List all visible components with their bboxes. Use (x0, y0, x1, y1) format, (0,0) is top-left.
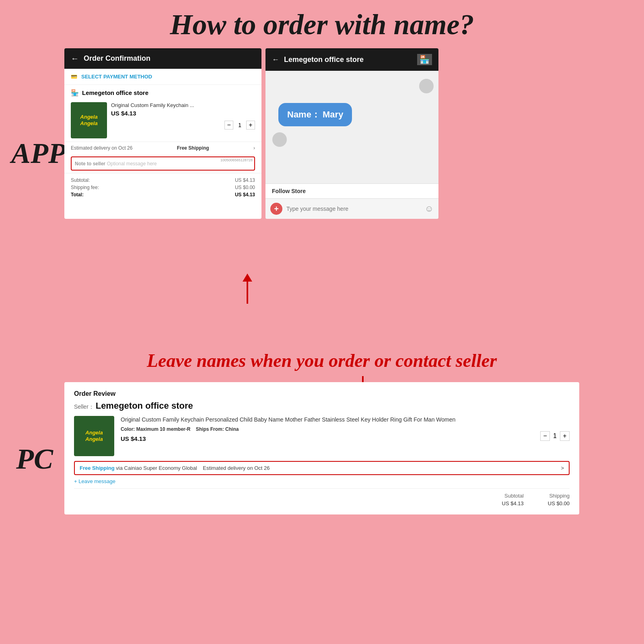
pc-color-label: Color: (121, 426, 135, 432)
pc-product-name: Original Custom Family Keychain Personal… (121, 416, 534, 424)
note-label: Note to seller (75, 161, 105, 167)
pc-qty-value: 1 (553, 432, 557, 440)
total-value: US $4.13 (235, 192, 255, 198)
follow-store-bar: Follow Store (265, 183, 438, 198)
note-to-seller-row[interactable]: Note to seller Optional message here 100… (71, 156, 255, 171)
arrow-up-note (247, 280, 248, 304)
payment-method-row[interactable]: 💳 SELECT PAYMENT METHOD (64, 69, 261, 85)
payment-label: SELECT PAYMENT METHOD (81, 74, 152, 80)
pc-label: PC (16, 442, 53, 476)
total-label: Total: (71, 192, 84, 198)
chat-store-name: Lemegeton office store (284, 56, 364, 64)
chat-message-bubble: Name： Mary (278, 103, 352, 126)
pc-seller-row: Seller： Lemegeton office store (74, 401, 570, 411)
pc-ships-label: Ships From: (196, 426, 224, 432)
chevron-right-icon: › (253, 145, 255, 151)
delivery-text: Estimated delivery on Oct 26 (71, 145, 132, 151)
pc-shipping-col: Shipping US $0.00 (548, 493, 570, 506)
chat-body: Name： Mary (265, 71, 438, 183)
chat-header-left: ← Lemegeton office store (272, 56, 364, 64)
pc-product-image-text: AngelaAngela (85, 430, 103, 442)
chat-avatar-right (419, 79, 434, 93)
pc-product-price: US $4.13 (121, 435, 534, 442)
store-icon: 🏪 (71, 89, 79, 97)
product-image: AngelaAngela (71, 102, 107, 138)
payment-icon: 💳 (71, 74, 77, 80)
store-name: Lemegeton office store (82, 89, 148, 96)
subtotal-label: Subtotal: (71, 177, 90, 183)
pc-leave-message-button[interactable]: + Leave message (74, 478, 570, 484)
qty-decrease-button[interactable]: − (224, 121, 233, 130)
chat-store-icon: 🏪 (417, 54, 432, 65)
pc-shipping-label: Shipping (548, 493, 570, 499)
product-row: AngelaAngela Original Custom Family Keyc… (64, 99, 261, 142)
pc-ships-value: China (225, 426, 239, 432)
subtotal-value: US $4.13 (235, 177, 255, 183)
pc-order-review-label: Order Review (74, 390, 570, 397)
delivery-row: Estimated delivery on Oct 26 Free Shippi… (64, 142, 261, 154)
pc-totals: Subtotal US $4.13 Shipping US $0.00 (74, 488, 570, 506)
chat-back-arrow-icon[interactable]: ← (272, 56, 279, 64)
order-confirmation-title: Order Confirmation (84, 54, 150, 63)
free-shipping-label: Free Shipping (177, 145, 209, 151)
pc-product-info: Original Custom Family Keychain Personal… (121, 416, 534, 456)
app-section: ← Order Confirmation 💳 SELECT PAYMENT ME… (64, 48, 579, 219)
shipping-fee-label: Shipping fee: (71, 185, 99, 190)
qty-value: 1 (238, 122, 241, 128)
pc-subtotal-value: US $4.13 (502, 500, 524, 506)
pc-shipping-chevron-icon: > (561, 465, 564, 471)
pc-subtotal-label: Subtotal (502, 493, 524, 499)
chat-header: ← Lemegeton office store 🏪 (265, 48, 438, 71)
instruction-text: Leave names when you order or contact se… (64, 350, 579, 371)
product-image-text: AngelaAngela (80, 114, 97, 126)
shipping-fee-value: US $0.00 (235, 185, 255, 190)
order-confirmation-header: ← Order Confirmation (64, 48, 261, 69)
pc-section: Order Review Seller： Lemegeton office st… (64, 382, 579, 514)
store-row: 🏪 Lemegeton office store (64, 85, 261, 99)
pc-subtotal-col: Subtotal US $4.13 (502, 493, 524, 506)
back-arrow-icon[interactable]: ← (71, 54, 79, 63)
product-info: Original Custom Family Keychain ... US $… (111, 102, 255, 130)
message-input[interactable] (286, 206, 421, 212)
pc-shipping-row[interactable]: Free Shipping via Cainiao Super Economy … (74, 461, 570, 475)
pc-product-image: AngelaAngela (74, 416, 114, 456)
order-confirmation-panel: ← Order Confirmation 💳 SELECT PAYMENT ME… (64, 48, 261, 219)
chat-panel: ← Lemegeton office store 🏪 Name： Mary Fo… (265, 48, 438, 219)
chat-avatar-left (272, 132, 287, 147)
pc-product-row: AngelaAngela Original Custom Family Keyc… (74, 416, 570, 456)
note-placeholder: Optional message here (107, 161, 157, 167)
product-name: Original Custom Family Keychain ... (111, 102, 255, 108)
pc-shipping-value: US $0.00 (548, 500, 570, 506)
quantity-row: − 1 + (111, 121, 255, 130)
totals-section: Subtotal: US $4.13 Shipping fee: US $0.0… (64, 173, 261, 202)
follow-store-label: Follow Store (272, 188, 306, 194)
note-id: 1005006565128728 (220, 158, 253, 162)
app-label: APP (11, 137, 66, 170)
pc-qty-decrease-button[interactable]: − (540, 431, 550, 441)
pc-qty-increase-button[interactable]: + (560, 431, 570, 441)
product-price: US $4.13 (111, 110, 255, 117)
pc-seller-prefix: Seller： (74, 403, 94, 410)
shipping-fee-row: Shipping fee: US $0.00 (71, 184, 255, 191)
emoji-button[interactable]: ☺ (425, 204, 434, 214)
pc-estimated-delivery: Estimated delivery on Oct 26 (203, 465, 270, 471)
chat-input-row[interactable]: + ☺ (265, 198, 438, 219)
qty-increase-button[interactable]: + (246, 121, 255, 130)
main-title: How to order with name? (0, 0, 644, 41)
subtotal-row: Subtotal: US $4.13 (71, 177, 255, 184)
pc-product-meta: Color: Maximum 10 member-R Ships From: C… (121, 426, 534, 432)
pc-qty-row: − 1 + (540, 416, 570, 456)
add-attachment-button[interactable]: + (270, 203, 282, 215)
pc-seller-name: Lemegeton office store (96, 401, 193, 411)
pc-via-text: via Cainiao Super Economy Global (116, 465, 197, 471)
total-row: Total: US $4.13 (71, 191, 255, 198)
pc-free-shipping-label: Free Shipping (80, 465, 115, 471)
pc-color-value: Maximum 10 member-R (136, 426, 191, 432)
